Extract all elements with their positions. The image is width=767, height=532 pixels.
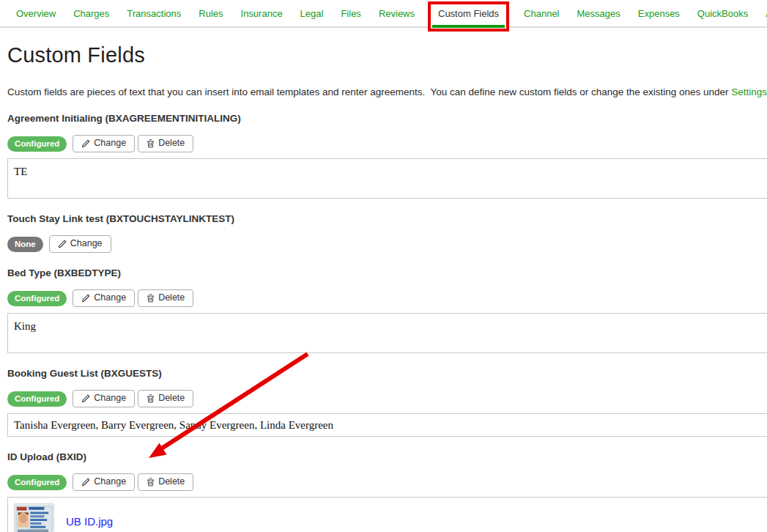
tab-messages[interactable]: Messages <box>576 0 622 26</box>
tab-insurance[interactable]: Insurance <box>240 0 284 26</box>
delete-button-id-upload[interactable]: Delete <box>138 473 193 491</box>
status-badge: Configured <box>7 136 67 152</box>
change-button-label: Change <box>70 238 103 249</box>
uploaded-file-link[interactable]: UB ID.jpg <box>66 515 113 528</box>
page-title: Custom Fields <box>7 43 767 67</box>
change-button[interactable]: Change <box>73 135 135 152</box>
tab-custom-fields[interactable]: Custom Fields <box>437 0 500 26</box>
tab-legal[interactable]: Legal <box>299 0 325 26</box>
description-text-before: Custom fields are pieces of text that yo… <box>7 86 731 97</box>
change-button[interactable]: Change <box>73 289 135 307</box>
delete-button-label: Delete <box>158 292 185 303</box>
status-badge: Configured <box>7 291 67 306</box>
field-value-id-upload: UB ID.jpg <box>7 497 767 532</box>
change-button-label: Change <box>94 138 126 149</box>
delete-button[interactable]: Delete <box>138 135 193 152</box>
field-value-agreement-initialing: TE <box>7 158 767 199</box>
tab-transactions[interactable]: Transactions <box>125 0 182 26</box>
tab-custom-fields-label: Custom Fields <box>438 8 499 19</box>
delete-button-label: Delete <box>158 393 185 404</box>
tab-channel[interactable]: Channel <box>522 0 560 26</box>
pencil-icon <box>58 240 67 248</box>
tab-overview[interactable]: Overview <box>15 0 57 26</box>
pencil-icon <box>81 478 90 487</box>
tab-quickbooks[interactable]: QuickBooks <box>696 0 749 26</box>
section-title-agreement-initialing: Agreement Initialing (BXAGREEMENTINITIAL… <box>7 113 767 124</box>
custom-fields-page: Custom Fields Custom fields are pieces o… <box>0 43 767 532</box>
delete-button[interactable]: Delete <box>138 289 193 307</box>
section-title-booking-guest-list: Booking Guest List (BXGUESTS) <box>7 368 767 379</box>
delete-button[interactable]: Delete <box>138 390 193 407</box>
status-badge: None <box>7 237 43 252</box>
tab-avalara[interactable]: Avalara <box>764 0 767 26</box>
controls-bed-type: Configured Change Delete <box>7 289 767 307</box>
change-button[interactable]: Change <box>49 235 111 253</box>
trash-icon <box>147 478 155 487</box>
trash-icon <box>147 394 155 403</box>
id-card-thumbnail[interactable] <box>14 503 54 532</box>
section-title-bed-type: Bed Type (BXBEDTYPE) <box>7 267 767 278</box>
field-value-booking-guest-list: Tanisha Evergreen, Barry Evergreen, Sand… <box>7 413 767 437</box>
tab-files[interactable]: Files <box>339 0 362 26</box>
section-title-id-upload: ID Upload (BXID) <box>7 451 767 462</box>
pencil-icon <box>81 294 90 303</box>
controls-booking-guest-list: Configured Change Delete <box>7 390 767 407</box>
tab-rules[interactable]: Rules <box>197 0 224 26</box>
controls-agreement-initialing: Configured Change Delete <box>7 135 767 152</box>
change-button[interactable]: Change <box>73 390 135 407</box>
status-badge: Configured <box>7 391 67 407</box>
pencil-icon <box>81 139 90 148</box>
change-button-label: Change <box>94 393 126 404</box>
active-tab-underline <box>432 25 505 28</box>
delete-button-label: Delete <box>158 138 185 149</box>
tab-charges[interactable]: Charges <box>72 0 111 26</box>
trash-icon <box>147 139 155 148</box>
delete-button-label: Delete <box>158 476 185 487</box>
field-definitions-link[interactable]: Settings > Field Definitions. <box>731 86 767 97</box>
controls-touch-stay-link-test: None Change <box>7 235 767 253</box>
pencil-icon <box>81 394 90 403</box>
tab-expenses[interactable]: Expenses <box>637 0 681 26</box>
change-button[interactable]: Change <box>73 473 135 491</box>
tab-reviews[interactable]: Reviews <box>377 0 416 26</box>
status-badge: Configured <box>7 475 67 490</box>
trash-icon <box>147 294 155 303</box>
controls-id-upload: Configured Change Delete <box>7 473 767 491</box>
change-button-label: Change <box>94 476 126 487</box>
page-description: Custom fields are pieces of text that yo… <box>7 86 767 98</box>
field-value-bed-type: King <box>7 313 767 353</box>
section-title-touch-stay-link-test: Touch Stay Link test (BXTOUCHSTAYLINKTES… <box>7 213 767 224</box>
property-tabs-nav: Overview Charges Transactions Rules Insu… <box>0 0 767 28</box>
change-button-label: Change <box>94 292 126 303</box>
